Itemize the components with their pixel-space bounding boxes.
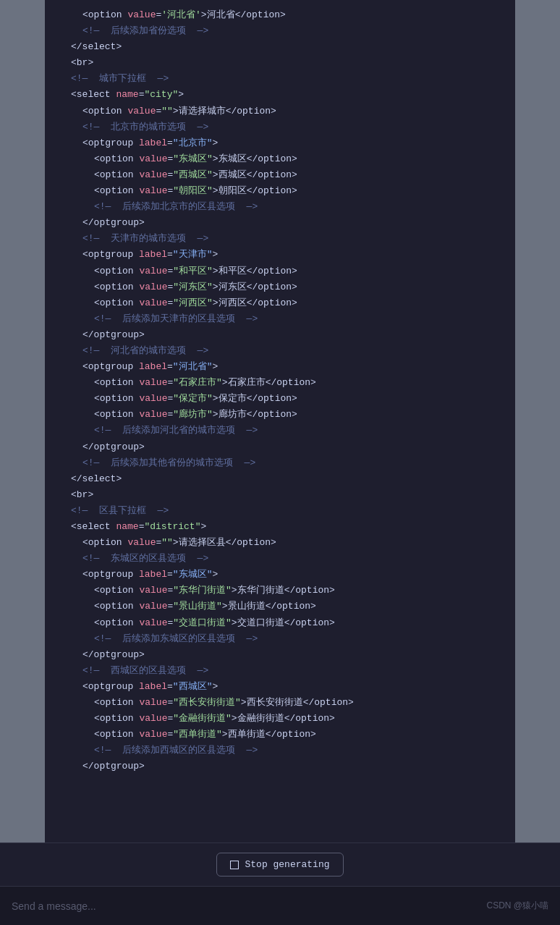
code-line: <optgroup label="北京市"> bbox=[59, 135, 501, 151]
code-line: <option value="保定市">保定市</option> bbox=[59, 391, 501, 407]
stop-button-label: Stop generating bbox=[245, 859, 329, 870]
input-bar: Send a message... CSDN @猿小喵 bbox=[0, 886, 560, 925]
code-line: <option value="河东区">河东区</option> bbox=[59, 279, 501, 295]
code-line: <option value="廊坊市">廊坊市</option> bbox=[59, 407, 501, 423]
code-line: <option value="石家庄市">石家庄市</option> bbox=[59, 375, 501, 391]
code-line: <br> bbox=[59, 487, 501, 503]
code-line: <option value="">请选择城市</option> bbox=[59, 104, 501, 119]
input-placeholder[interactable]: Send a message... bbox=[12, 900, 486, 912]
code-line: </select> bbox=[59, 471, 501, 487]
code-line: <optgroup label="天津市"> bbox=[59, 247, 501, 263]
code-line: <option value="金融街街道">金融街街道</option> bbox=[59, 711, 501, 727]
bottom-bar: Stop generating bbox=[0, 842, 560, 886]
code-line: </optgroup> bbox=[59, 647, 501, 663]
code-panel: <option value='河北省'>河北省</option><!— 后续添加… bbox=[45, 0, 515, 842]
code-line: </optgroup> bbox=[59, 215, 501, 231]
code-line: <!— 后续添加天津市的区县选项 —> bbox=[59, 311, 501, 327]
code-line: </select> bbox=[59, 39, 501, 55]
code-line: <option value="景山街道">景山街道</option> bbox=[59, 599, 501, 614]
code-line: <select name="city"> bbox=[59, 87, 501, 103]
code-line: <!— 后续添加北京市的区县选项 —> bbox=[59, 199, 501, 215]
code-line: <!— 西城区的区县选项 —> bbox=[59, 663, 501, 679]
code-line: <optgroup label="西城区"> bbox=[59, 679, 501, 695]
code-line: <option value="朝阳区">朝阳区</option> bbox=[59, 183, 501, 199]
code-line: </optgroup> bbox=[59, 439, 501, 455]
code-line: <option value="东城区">东城区</option> bbox=[59, 151, 501, 167]
code-line: <!— 区县下拉框 —> bbox=[59, 503, 501, 519]
code-line: <!— 后续添加其他省份的城市选项 —> bbox=[59, 455, 501, 471]
watermark: CSDN @猿小喵 bbox=[486, 900, 548, 912]
code-line: <!— 河北省的城市选项 —> bbox=[59, 343, 501, 359]
stop-icon bbox=[230, 861, 239, 869]
code-line: <optgroup label="河北省"> bbox=[59, 359, 501, 375]
code-line: <option value='河北省'>河北省</option> bbox=[59, 7, 501, 23]
code-line: <!— 天津市的城市选项 —> bbox=[59, 231, 501, 247]
code-line: </optgroup> bbox=[59, 759, 501, 774]
stop-generating-button[interactable]: Stop generating bbox=[216, 853, 343, 877]
code-line: <option value="和平区">和平区</option> bbox=[59, 263, 501, 279]
code-line: <option value="西城区">西城区</option> bbox=[59, 167, 501, 183]
code-line: <select name="district"> bbox=[59, 519, 501, 535]
code-line: <!— 后续添加西城区的区县选项 —> bbox=[59, 743, 501, 759]
code-line: <option value="西单街道">西单街道</option> bbox=[59, 727, 501, 743]
code-line: <!— 北京市的城市选项 —> bbox=[59, 119, 501, 135]
code-line: </optgroup> bbox=[59, 327, 501, 343]
code-line: <option value="交道口街道">交道口街道</option> bbox=[59, 615, 501, 631]
code-line: <br> bbox=[59, 55, 501, 71]
code-line: <!— 东城区的区县选项 —> bbox=[59, 551, 501, 567]
code-line: <optgroup label="东城区"> bbox=[59, 567, 501, 583]
code-content: <option value='河北省'>河北省</option><!— 后续添加… bbox=[59, 7, 501, 775]
code-line: <!— 后续添加东城区的区县选项 —> bbox=[59, 631, 501, 647]
code-line: <option value="河西区">河西区</option> bbox=[59, 295, 501, 311]
code-line: <option value="">请选择区县</option> bbox=[59, 535, 501, 551]
code-line: <option value="东华门街道">东华门街道</option> bbox=[59, 583, 501, 599]
code-line: <!— 后续添加省份选项 —> bbox=[59, 23, 501, 39]
code-line: <option value="西长安街街道">西长安街街道</option> bbox=[59, 695, 501, 711]
code-line: <!— 城市下拉框 —> bbox=[59, 71, 501, 87]
code-line: <!— 后续添加河北省的城市选项 —> bbox=[59, 423, 501, 439]
